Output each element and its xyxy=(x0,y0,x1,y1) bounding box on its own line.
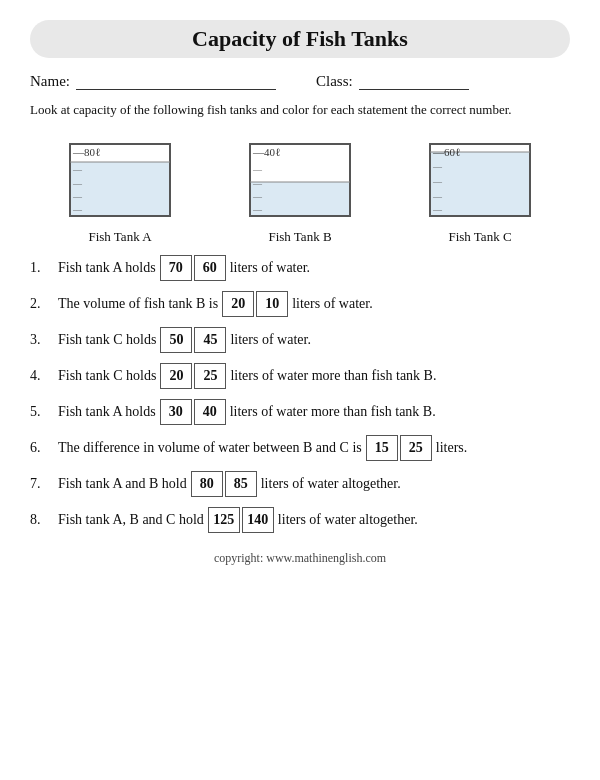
question-row-3: 3.Fish tank C holds 5045 liters of water… xyxy=(30,327,570,353)
question-prefix-7: Fish tank A and B hold xyxy=(58,474,187,494)
tank-c-item: —60ℓ — — — — Fish Tank C xyxy=(425,134,535,245)
answer-pair-2: 2010 xyxy=(221,291,289,317)
svg-text:—: — xyxy=(432,161,443,171)
tank-b-item: —40ℓ — — — — Fish Tank B xyxy=(245,134,355,245)
tank-c-label: Fish Tank C xyxy=(448,229,511,245)
svg-text:—: — xyxy=(72,178,83,188)
tank-a-item: —80ℓ — — — — Fish Tank A xyxy=(65,134,175,245)
question-suffix-5: liters of water more than fish tank B. xyxy=(230,402,436,422)
svg-text:—: — xyxy=(72,164,83,174)
answer-pair-7: 8085 xyxy=(190,471,258,497)
class-label: Class: xyxy=(316,73,353,90)
page-title: Capacity of Fish Tanks xyxy=(30,20,570,58)
answer-box-1-2[interactable]: 60 xyxy=(194,255,226,281)
answer-pair-4: 2025 xyxy=(159,363,227,389)
class-input-line xyxy=(359,72,469,90)
question-row-6: 6.The difference in volume of water betw… xyxy=(30,435,570,461)
svg-text:—: — xyxy=(72,191,83,201)
answer-box-7-1[interactable]: 80 xyxy=(191,471,223,497)
answer-box-6-1[interactable]: 15 xyxy=(366,435,398,461)
svg-text:—: — xyxy=(252,178,263,188)
question-number-1: 1. xyxy=(30,258,58,278)
svg-rect-1 xyxy=(71,162,169,215)
answer-box-5-1[interactable]: 30 xyxy=(160,399,192,425)
question-prefix-3: Fish tank C holds xyxy=(58,330,156,350)
answer-pair-6: 1525 xyxy=(365,435,433,461)
svg-text:—: — xyxy=(252,191,263,201)
question-text-3: Fish tank C holds 5045 liters of water. xyxy=(58,327,311,353)
question-number-3: 3. xyxy=(30,330,58,350)
question-number-7: 7. xyxy=(30,474,58,494)
svg-text:—: — xyxy=(252,164,263,174)
question-suffix-8: liters of water altogether. xyxy=(278,510,418,530)
question-number-4: 4. xyxy=(30,366,58,386)
name-label: Name: xyxy=(30,73,70,90)
name-input-line xyxy=(76,72,276,90)
answer-pair-5: 3040 xyxy=(159,399,227,425)
question-number-6: 6. xyxy=(30,438,58,458)
question-text-4: Fish tank C holds 2025 liters of water m… xyxy=(58,363,436,389)
question-text-8: Fish tank A, B and C hold 125140 liters … xyxy=(58,507,418,533)
question-suffix-6: liters. xyxy=(436,438,468,458)
question-number-5: 5. xyxy=(30,402,58,422)
question-suffix-4: liters of water more than fish tank B. xyxy=(230,366,436,386)
answer-box-6-2[interactable]: 25 xyxy=(400,435,432,461)
question-text-7: Fish tank A and B hold 8085 liters of wa… xyxy=(58,471,401,497)
svg-rect-17 xyxy=(431,152,529,215)
question-suffix-7: liters of water altogether. xyxy=(261,474,401,494)
answer-box-8-1[interactable]: 125 xyxy=(208,507,240,533)
question-number-8: 8. xyxy=(30,510,58,530)
question-prefix-1: Fish tank A holds xyxy=(58,258,156,278)
tank-b-label: Fish Tank B xyxy=(268,229,331,245)
questions-section: 1.Fish tank A holds 7060 liters of water… xyxy=(30,255,570,533)
tank-a-label: Fish Tank A xyxy=(88,229,151,245)
answer-box-7-2[interactable]: 85 xyxy=(225,471,257,497)
question-row-5: 5.Fish tank A holds 3040 liters of water… xyxy=(30,399,570,425)
question-text-2: The volume of fish tank B is 2010 liters… xyxy=(58,291,373,317)
question-prefix-2: The volume of fish tank B is xyxy=(58,294,218,314)
question-row-1: 1.Fish tank A holds 7060 liters of water… xyxy=(30,255,570,281)
answer-box-3-2[interactable]: 45 xyxy=(194,327,226,353)
svg-text:—80ℓ: —80ℓ xyxy=(72,146,100,158)
answer-pair-1: 7060 xyxy=(159,255,227,281)
svg-text:—: — xyxy=(252,204,263,214)
question-row-8: 8.Fish tank A, B and C hold 125140 liter… xyxy=(30,507,570,533)
answer-box-4-2[interactable]: 25 xyxy=(194,363,226,389)
svg-text:—: — xyxy=(432,204,443,214)
svg-text:—60ℓ: —60ℓ xyxy=(432,146,460,158)
question-row-2: 2.The volume of fish tank B is 2010 lite… xyxy=(30,291,570,317)
answer-pair-8: 125140 xyxy=(207,507,275,533)
answer-box-2-1[interactable]: 20 xyxy=(222,291,254,317)
question-number-2: 2. xyxy=(30,294,58,314)
tank-c-svg: —60ℓ — — — — xyxy=(425,134,535,224)
answer-box-1-1[interactable]: 70 xyxy=(160,255,192,281)
question-row-7: 7.Fish tank A and B hold 8085 liters of … xyxy=(30,471,570,497)
answer-box-8-2[interactable]: 140 xyxy=(242,507,274,533)
svg-rect-9 xyxy=(251,182,349,215)
copyright-text: copyright: www.mathinenglish.com xyxy=(30,551,570,566)
question-prefix-5: Fish tank A holds xyxy=(58,402,156,422)
question-prefix-4: Fish tank C holds xyxy=(58,366,156,386)
svg-text:—: — xyxy=(72,204,83,214)
answer-box-2-2[interactable]: 10 xyxy=(256,291,288,317)
fish-tanks-row: —80ℓ — — — — Fish Tank A —40ℓ — — — — Fi… xyxy=(30,134,570,245)
question-text-5: Fish tank A holds 3040 liters of water m… xyxy=(58,399,436,425)
instructions-text: Look at capacity of the following fish t… xyxy=(30,100,570,120)
question-prefix-8: Fish tank A, B and C hold xyxy=(58,510,204,530)
svg-text:—: — xyxy=(432,176,443,186)
question-suffix-2: liters of water. xyxy=(292,294,372,314)
svg-text:—: — xyxy=(432,191,443,201)
answer-box-5-2[interactable]: 40 xyxy=(194,399,226,425)
answer-box-4-1[interactable]: 20 xyxy=(160,363,192,389)
question-suffix-3: liters of water. xyxy=(230,330,310,350)
question-suffix-1: liters of water. xyxy=(230,258,310,278)
answer-pair-3: 5045 xyxy=(159,327,227,353)
question-text-1: Fish tank A holds 7060 liters of water. xyxy=(58,255,310,281)
question-text-6: The difference in volume of water betwee… xyxy=(58,435,467,461)
question-row-4: 4.Fish tank C holds 2025 liters of water… xyxy=(30,363,570,389)
question-prefix-6: The difference in volume of water betwee… xyxy=(58,438,362,458)
answer-box-3-1[interactable]: 50 xyxy=(160,327,192,353)
svg-text:—40ℓ: —40ℓ xyxy=(252,146,280,158)
tank-a-svg: —80ℓ — — — — xyxy=(65,134,175,224)
tank-b-svg: —40ℓ — — — — xyxy=(245,134,355,224)
